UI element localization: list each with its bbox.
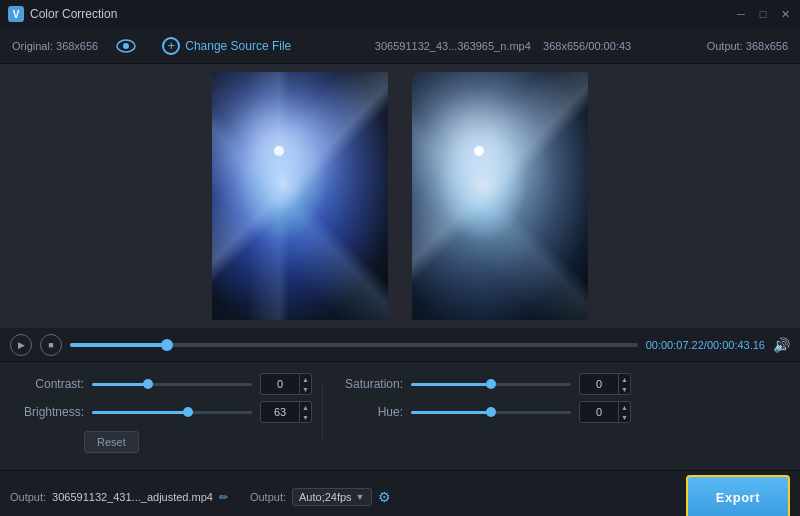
brightness-down-arrow[interactable]: ▼: [300, 412, 311, 422]
output-row: Output: 306591132_431..._adjusted.mp4 ✏ …: [10, 475, 790, 516]
export-button[interactable]: Export: [686, 475, 790, 516]
output-format-label: Output:: [250, 491, 286, 503]
settings-gear-icon[interactable]: ⚙: [378, 489, 391, 505]
hue-value: 0: [580, 406, 618, 418]
hue-spinner[interactable]: 0 ▲ ▼: [579, 401, 631, 423]
titlebar-title: Color Correction: [30, 7, 117, 21]
titlebar: V Color Correction ─ □ ✕: [0, 0, 800, 28]
titlebar-left: V Color Correction: [8, 6, 117, 22]
play-button[interactable]: ▶: [10, 334, 32, 356]
contrast-up-arrow[interactable]: ▲: [300, 374, 311, 384]
topbar: Original: 368x656 + Change Source File 3…: [0, 28, 800, 64]
hue-slider[interactable]: [411, 411, 571, 414]
time-total: 00:00:43.16: [707, 339, 765, 351]
saturation-label: Saturation:: [333, 377, 403, 391]
contrast-down-arrow[interactable]: ▼: [300, 384, 311, 394]
brightness-thumb[interactable]: [183, 407, 193, 417]
original-video-frame: [212, 72, 388, 320]
controls-area: Contrast: 0 ▲ ▼ Brightness:: [0, 362, 800, 470]
hue-arrows: ▲ ▼: [618, 402, 630, 422]
reset-row: Reset: [14, 426, 312, 454]
saturation-down-arrow[interactable]: ▼: [619, 384, 630, 394]
titlebar-controls: ─ □ ✕: [734, 7, 792, 21]
hue-label: Hue:: [333, 405, 403, 419]
maximize-button[interactable]: □: [756, 7, 770, 21]
volume-icon[interactable]: 🔊: [773, 337, 790, 353]
time-current: 00:00:07.22: [646, 339, 704, 351]
stop-button[interactable]: ■: [40, 334, 62, 356]
brightness-slider[interactable]: [92, 411, 252, 414]
hue-slider-fill: [411, 411, 491, 414]
hue-down-arrow[interactable]: ▼: [619, 412, 630, 422]
saturation-row: Saturation: 0 ▲ ▼: [333, 370, 631, 398]
output-filename: 306591132_431..._adjusted.mp4: [52, 491, 213, 503]
contrast-row: Contrast: 0 ▲ ▼: [14, 370, 312, 398]
svg-point-1: [123, 43, 129, 49]
timeline-filled: [70, 343, 167, 347]
brightness-arrows: ▲ ▼: [299, 402, 311, 422]
output-video-frame: [412, 72, 588, 320]
change-source-button[interactable]: + Change Source File: [154, 33, 299, 59]
bottom-bar: Output: 306591132_431..._adjusted.mp4 ✏ …: [0, 470, 800, 516]
playback-bar: ▶ ■ 00:00:07.22/00:00:43.16 🔊: [0, 328, 800, 362]
timeline-track[interactable]: [70, 343, 638, 347]
saturation-slider[interactable]: [411, 383, 571, 386]
brightness-up-arrow[interactable]: ▲: [300, 402, 311, 412]
dropdown-arrow-icon: ▼: [356, 492, 365, 502]
edit-icon[interactable]: ✏: [219, 491, 228, 504]
right-controls: Saturation: 0 ▲ ▼ Hue:: [333, 370, 631, 454]
output-format-value: Auto;24fps: [299, 491, 352, 503]
preview-area: [0, 64, 800, 328]
original-preview: [212, 72, 388, 320]
contrast-slider-fill: [92, 383, 148, 386]
timeline-thumb[interactable]: [161, 339, 173, 351]
hue-thumb[interactable]: [486, 407, 496, 417]
app-icon: V: [8, 6, 24, 22]
saturation-spinner[interactable]: 0 ▲ ▼: [579, 373, 631, 395]
reset-button[interactable]: Reset: [84, 431, 139, 453]
change-source-label: Change Source File: [185, 39, 291, 53]
eye-button[interactable]: [114, 36, 138, 56]
saturation-arrows: ▲ ▼: [618, 374, 630, 394]
play-icon: ▶: [18, 340, 25, 350]
hue-up-arrow[interactable]: ▲: [619, 402, 630, 412]
output-label: Output:: [10, 491, 46, 503]
brightness-row: Brightness: 63 ▲ ▼: [14, 398, 312, 426]
saturation-value: 0: [580, 378, 618, 390]
file-details: 368x656/00:00:43: [543, 40, 631, 52]
brightness-slider-fill: [92, 411, 188, 414]
contrast-arrows: ▲ ▼: [299, 374, 311, 394]
brightness-value: 63: [261, 406, 299, 418]
original-dimensions-label: Original: 368x656: [12, 40, 98, 52]
time-display: 00:00:07.22/00:00:43.16: [646, 339, 765, 351]
saturation-thumb[interactable]: [486, 379, 496, 389]
saturation-slider-fill: [411, 383, 491, 386]
close-button[interactable]: ✕: [778, 7, 792, 21]
brightness-spinner[interactable]: 63 ▲ ▼: [260, 401, 312, 423]
contrast-thumb[interactable]: [143, 379, 153, 389]
contrast-label: Contrast:: [14, 377, 84, 391]
minimize-button[interactable]: ─: [734, 7, 748, 21]
file-info: 306591132_43...363965_n.mp4 368x656/00:0…: [315, 40, 690, 52]
brightness-label: Brightness:: [14, 405, 84, 419]
stop-icon: ■: [48, 340, 53, 350]
output-format-selector[interactable]: Auto;24fps ▼: [292, 488, 372, 506]
output-preview: [412, 72, 588, 320]
hue-row: Hue: 0 ▲ ▼: [333, 398, 631, 426]
saturation-up-arrow[interactable]: ▲: [619, 374, 630, 384]
file-name: 306591132_43...363965_n.mp4: [375, 40, 531, 52]
contrast-value: 0: [261, 378, 299, 390]
contrast-spinner[interactable]: 0 ▲ ▼: [260, 373, 312, 395]
left-controls: Contrast: 0 ▲ ▼ Brightness:: [14, 370, 312, 454]
controls-divider: [322, 382, 323, 442]
contrast-slider[interactable]: [92, 383, 252, 386]
add-circle-icon: +: [162, 37, 180, 55]
output-dimensions-label: Output: 368x656: [707, 40, 788, 52]
